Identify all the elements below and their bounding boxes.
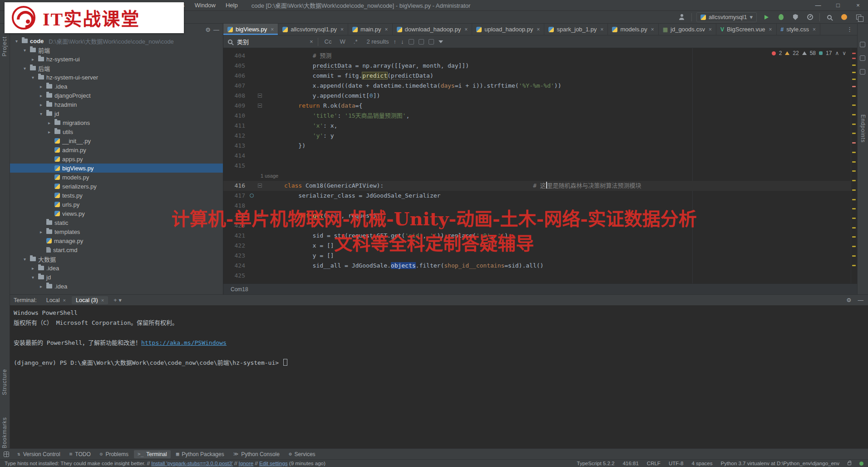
chevron-expanded-icon[interactable]: ▾ (22, 66, 28, 71)
tree-item-.idea[interactable]: ▸.idea (10, 82, 223, 91)
toolwindow-button-problems[interactable]: ⊙Problems (96, 450, 132, 458)
tree-item-.idea[interactable]: ▸.idea (10, 282, 223, 291)
close-tab-icon[interactable]: × (769, 26, 772, 33)
code-line-411[interactable]: 411 'x': x, (223, 121, 851, 131)
code-line-416[interactable]: 416−class Com18(GenericAPIView): # 这里是随机… (223, 181, 851, 191)
code-line-414[interactable]: 414 (223, 151, 851, 161)
tree-item-jd[interactable]: ▾jd (10, 109, 223, 118)
chevron-collapsed-icon[interactable]: ▸ (30, 57, 36, 62)
code-line-424[interactable]: 424 sid__all = JdGoodSale.objects.filter… (223, 261, 851, 271)
editor-tab-style.css[interactable]: #style.css× (777, 24, 821, 35)
chevron-expanded-icon[interactable]: ▾ (30, 75, 36, 80)
toolwindow-button-todo[interactable]: ≡TODO (66, 450, 94, 458)
tree-item-views.py[interactable]: views.py (10, 209, 223, 218)
tree-item-serializers.py[interactable]: serializers.py (10, 182, 223, 191)
chevron-collapsed-icon[interactable]: ▸ (46, 120, 52, 125)
tree-item-.idea[interactable]: ▸.idea (10, 263, 223, 273)
close-tab-icon[interactable]: × (464, 26, 468, 33)
editor-tab-download_hadoop.py[interactable]: download_hadoop.py× (393, 24, 473, 35)
editor-tab-models.py[interactable]: models.py× (608, 24, 658, 35)
status-link[interactable]: Ignore (239, 461, 254, 466)
chevron-collapsed-icon[interactable]: ▸ (38, 102, 44, 107)
code-line-409[interactable]: 409− return R.ok(data={ (223, 101, 851, 111)
toolwindow-button-services[interactable]: ⚙Services (285, 450, 319, 458)
usage-inlay-hint[interactable]: 1 usage (223, 171, 851, 181)
code-line-412[interactable]: 412 'y': y (223, 131, 851, 141)
tree-item-static[interactable]: static (10, 218, 223, 227)
notifications-button[interactable] (839, 12, 849, 22)
previous-occurrence-icon[interactable]: ↑ (394, 38, 397, 45)
run-configuration-select[interactable]: allcsvtomysql1 ▾ (696, 12, 757, 22)
code-line-421[interactable]: 421 sid = str(request.GET.get('sid', '')… (223, 231, 851, 241)
close-tab-icon[interactable]: × (63, 298, 66, 303)
lock-icon[interactable] (848, 462, 851, 465)
chevron-expanded-icon[interactable]: ▾ (14, 39, 20, 44)
chevron-expanded-icon[interactable]: ▾ (30, 275, 36, 280)
filter-icon[interactable] (439, 40, 443, 43)
select-all-occurrences-icon[interactable] (409, 39, 414, 45)
editor-tab-allcsvtomysql1.py[interactable]: allcsvtomysql1.py× (278, 24, 348, 35)
prev-error-icon[interactable]: ∧ (835, 50, 839, 56)
run-button[interactable] (761, 12, 771, 22)
profiler-button[interactable] (805, 12, 815, 22)
tree-item-migrations[interactable]: ▸migrations (10, 118, 223, 127)
code-line-404[interactable]: 404 # 预测 (223, 51, 851, 61)
gear-icon[interactable]: ⚙ (846, 297, 851, 303)
code-line-423[interactable]: 423 y = [] (223, 251, 851, 261)
tree-item-hz-system-ui[interactable]: ▸hz-system-ui (10, 55, 223, 64)
code-line-410[interactable]: 410 'title': '15天商品销量预测图', (223, 111, 851, 121)
tree-item-jd[interactable]: ▾jd (10, 273, 223, 282)
code-editor[interactable]: 404 # 预测405 predictData = np.array([[yea… (223, 48, 857, 283)
code-line-419[interactable]: 419− def get(self, request): (223, 211, 851, 221)
new-terminal-icon[interactable]: + (113, 297, 117, 303)
chevron-collapsed-icon[interactable]: ▸ (38, 93, 44, 98)
code-line-422[interactable]: 422 x = [] (223, 241, 851, 251)
toolwindow-button-python-console[interactable]: ≫Python Console (230, 450, 283, 458)
override-marker-icon[interactable] (250, 194, 254, 198)
code-line-408[interactable]: 408− y.append(commit[0]) (223, 91, 851, 101)
menu-item-help[interactable]: Help (226, 2, 238, 9)
next-error-icon[interactable]: ∨ (842, 50, 846, 56)
code-line-406[interactable]: 406 commit = fitg.predict(predictData) (223, 71, 851, 81)
toolwindow-button-version-control[interactable]: ⇅Version Control (14, 450, 64, 458)
line-endings[interactable]: CRLF (647, 461, 661, 466)
editor-tab-spark_job_1.py[interactable]: spark_job_1.py× (544, 24, 608, 35)
close-tab-icon[interactable]: × (537, 26, 540, 33)
code-line-425[interactable]: 425 (223, 271, 851, 281)
editor-tab-upload_hadoop.py[interactable]: upload_hadoop.py× (472, 24, 544, 35)
indent-style[interactable]: 4 spaces (691, 461, 712, 466)
hide-panel-icon[interactable]: — (213, 26, 219, 33)
terminal-tab-Local (3)[interactable]: Local (3)× (72, 296, 108, 304)
toolwindow-button-python-packages[interactable]: ▦Python Packages (173, 450, 228, 458)
search-everywhere-button[interactable] (824, 12, 834, 22)
fold-marker-icon[interactable]: − (258, 214, 262, 218)
sciview-icon[interactable] (860, 69, 865, 75)
menu-item-window[interactable]: Window (195, 2, 216, 9)
code-line-405[interactable]: 405 predictData = np.array([[year, month… (223, 61, 851, 71)
strip-label-structure[interactable]: Structure (1, 369, 8, 395)
editor-tab-bigViews.py[interactable]: bigViews.py× (223, 24, 278, 35)
maximize-button[interactable]: □ (828, 0, 848, 10)
breadcrumb-item[interactable]: Com18 (231, 286, 248, 293)
tree-item-前端[interactable]: ▾前端 (10, 45, 223, 55)
database-icon[interactable] (860, 55, 865, 61)
chevron-collapsed-icon[interactable]: ▸ (38, 284, 44, 289)
user-icon[interactable] (677, 12, 687, 22)
find-option-icon[interactable] (419, 39, 424, 45)
close-tab-icon[interactable]: × (709, 26, 712, 33)
chevron-expanded-icon[interactable]: ▾ (22, 257, 28, 262)
terminal-tab-Local[interactable]: Local× (42, 296, 70, 304)
find-option-icon[interactable] (429, 39, 434, 45)
tree-item-urls.py[interactable]: urls.py (10, 200, 223, 209)
terminal-link[interactable]: https://aka.ms/PSWindows (141, 339, 227, 346)
code-line-407[interactable]: 407 x.append((date + datetime.timedelta(… (223, 81, 851, 91)
editor-tab-jd_goods.csv[interactable]: ▦jd_goods.csv× (659, 24, 716, 35)
search-toggle-W[interactable]: W (338, 38, 347, 45)
next-occurrence-icon[interactable]: ↓ (401, 38, 404, 45)
chevron-expanded-icon[interactable]: ▾ (22, 48, 28, 53)
close-tab-icon[interactable]: × (600, 26, 603, 33)
hide-terminal-icon[interactable]: — (858, 297, 864, 303)
close-tab-icon[interactable]: × (651, 26, 654, 33)
close-button[interactable]: × (848, 0, 868, 10)
typescript-version[interactable]: TypeScript 5.2.2 (577, 461, 615, 466)
